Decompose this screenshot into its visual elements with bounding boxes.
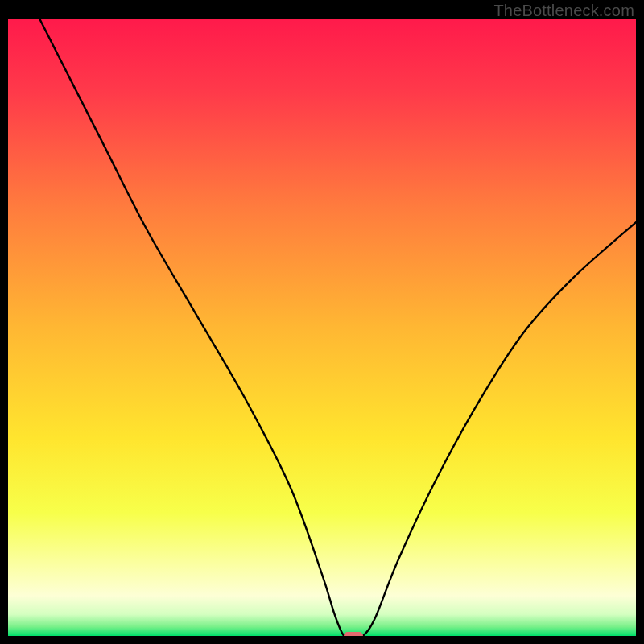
- optimal-marker: [344, 632, 363, 636]
- chart-background: [8, 19, 636, 636]
- outer-frame: TheBottleneck.com: [0, 0, 644, 644]
- watermark-text: TheBottleneck.com: [493, 2, 634, 20]
- bottleneck-chart: [8, 19, 636, 636]
